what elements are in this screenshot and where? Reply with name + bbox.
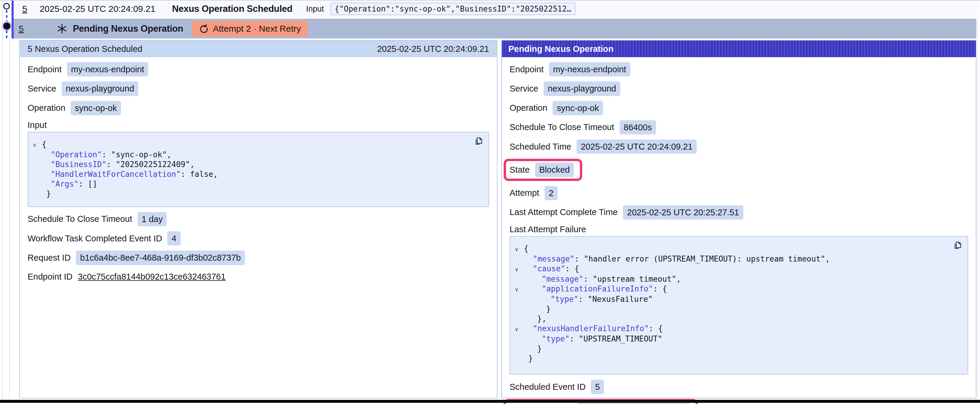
field-value-chip: 5	[591, 380, 604, 394]
field-label: Endpoint	[509, 65, 544, 74]
json-code-line: "type": "UPSTREAM_TIMEOUT"	[514, 334, 967, 344]
field-value-chip: 86400s	[620, 120, 656, 135]
panel-timestamp: 2025-02-25 UTC 20:24:09.21	[377, 44, 489, 54]
field-label: Workflow Task Completed Event ID	[28, 234, 162, 244]
json-code-line: "HandlerWaitForCancellation": false,	[32, 170, 488, 179]
json-code-line: ∨"applicationFailureInfo": {	[514, 284, 967, 295]
field-row-endpoint: Endpointmy-nexus-endpoint	[28, 62, 489, 76]
field-label: Schedule To Close Timeout	[28, 214, 132, 224]
field-label: Operation	[509, 103, 547, 113]
event-input-preview-chip[interactable]: {"Operation":"sync-op-ok","BusinessID":"…	[331, 3, 576, 15]
field-row-service: Servicenexus-playground	[509, 81, 968, 96]
field-label: Service	[509, 84, 538, 93]
scrollbar-track[interactable]	[978, 1, 978, 399]
timeline-track-line	[2, 1, 3, 399]
json-code-line: ∨{	[514, 244, 967, 254]
event-detail-fields-top: Endpointmy-nexus-endpointServicenexus-pl…	[28, 62, 489, 115]
timeline-dashed-connector	[6, 10, 7, 22]
json-code-line: "BusinessID": "20250225122409",	[32, 160, 488, 170]
json-code-line: }	[514, 354, 967, 363]
json-code-line: }	[32, 189, 488, 199]
json-code-line: ∨"nexusHandlerFailureInfo": {	[514, 324, 967, 334]
json-code-line: }	[514, 344, 967, 354]
event-detail-panel-header: 5 Nexus Operation Scheduled 2025-02-25 U…	[20, 41, 497, 57]
retry-icon	[199, 24, 209, 34]
field-row-service: Servicenexus-playground	[28, 81, 489, 96]
event-id-link[interactable]: 5	[19, 24, 24, 34]
timeline-dashed-connector-2	[6, 30, 7, 39]
json-code-line: "message": "upstream timeout",	[514, 274, 967, 284]
last-attempt-failure-label: Last Attempt Failure	[509, 225, 968, 234]
field-value-chip: sync-op-ok	[553, 101, 603, 115]
field-value-chip: The circuit breaker is open.	[578, 403, 690, 404]
field-value-chip: nexus-playground	[62, 81, 138, 96]
field-row-operation: Operationsync-op-ok	[28, 101, 489, 115]
json-code-line: "type": "NexusFailure"	[514, 295, 967, 304]
collapse-chevron-icon[interactable]: ∨	[514, 324, 524, 334]
field-value-chip: 4	[167, 231, 180, 246]
field-row-operation: Operationsync-op-ok	[509, 101, 968, 115]
field-value-chip: 2025-02-25 UTC 20:24:09.21	[577, 139, 697, 154]
temporal-event-history-screen: 5 2025-02-25 UTC 20:24:09.21 Nexus Opera…	[0, 0, 980, 404]
field-row-scheduled-event-id: Scheduled Event ID5	[509, 380, 968, 394]
field-row-state: StateBlocked	[509, 159, 968, 181]
json-code-line: }	[514, 304, 967, 314]
field-label: Scheduled Time	[509, 142, 571, 152]
field-label: Operation	[28, 103, 65, 113]
pending-operation-panel: Pending Nexus Operation Endpointmy-nexus…	[501, 40, 977, 398]
failure-json-viewer: ∨{"message": "handler error (UPSTREAM_TI…	[509, 236, 968, 375]
event-id-link[interactable]: 5	[22, 4, 27, 14]
collapse-chevron-icon[interactable]: ∨	[514, 244, 524, 254]
field-label: Endpoint	[28, 65, 62, 74]
pending-operation-panel-header: Pending Nexus Operation	[502, 41, 976, 57]
field-label: Service	[28, 84, 56, 93]
field-row-endpoint-id: Endpoint ID3c0c75ccfa8144b092c13ce632463…	[28, 270, 489, 284]
field-label: Request ID	[28, 253, 71, 263]
collapse-chevron-icon[interactable]: ∨	[32, 140, 42, 150]
input-label: Input	[306, 5, 324, 14]
field-label: State	[509, 165, 530, 175]
attempt-retry-badge: Attempt 2 · Next Retry	[192, 21, 308, 36]
event-timestamp: 2025-02-25 UTC 20:24:09.21	[40, 4, 156, 14]
timeline-marker-open-icon	[3, 3, 10, 10]
collapse-chevron-icon[interactable]: ∨	[514, 285, 524, 295]
field-value-chip: 1 day	[138, 212, 167, 226]
collapse-chevron-icon[interactable]: ∨	[514, 265, 524, 274]
field-value-chip: my-nexus-endpoint	[67, 62, 149, 76]
attempt-retry-badge-label: Attempt 2 · Next Retry	[213, 24, 301, 34]
json-code-line: "message": "handler error (UPSTREAM_TIME…	[514, 254, 967, 264]
field-label: Schedule To Close Timeout	[509, 122, 614, 132]
json-code-line: ∨{	[32, 139, 488, 150]
pending-event-title: Pending Nexus Operation	[73, 24, 183, 34]
field-label: Endpoint ID	[28, 272, 73, 282]
copy-icon[interactable]	[953, 240, 963, 251]
field-row-scheduled-time: Scheduled Time2025-02-25 UTC 20:24:09.21	[509, 139, 968, 154]
event-detail-fields-bottom: Schedule To Close Timeout1 dayWorkflow T…	[28, 212, 489, 284]
field-value-link[interactable]: 3c0c75ccfa8144b092c13ce632463761	[78, 272, 226, 282]
field-row-last-attempt-complete-time: Last Attempt Complete Time2025-02-25 UTC…	[509, 205, 968, 219]
pending-operation-fields-top: Endpointmy-nexus-endpointServicenexus-pl…	[509, 62, 968, 219]
timeline-track-line-2	[9, 39, 10, 399]
field-value-chip: nexus-playground	[544, 81, 620, 96]
field-row-workflow-task-completed-event-id: Workflow Task Completed Event ID4	[28, 231, 489, 246]
event-detail-panel: 5 Nexus Operation Scheduled 2025-02-25 U…	[19, 40, 497, 398]
history-row-pending-nexus-operation[interactable]: 5 Pending Nexus Operation Attempt 2 · Ne…	[14, 19, 977, 38]
history-row-nexus-operation-scheduled[interactable]: 5 2025-02-25 UTC 20:24:09.21 Nexus Opera…	[14, 1, 977, 17]
timeline-active-indicator-bar	[11, 1, 14, 38]
copy-icon[interactable]	[474, 136, 484, 147]
json-code-line: ∨"cause": {	[514, 264, 967, 274]
field-label: Attempt	[509, 188, 539, 198]
field-row-schedule-to-close-timeout: Schedule To Close Timeout86400s	[509, 120, 968, 135]
highlight-annotation-box: StateBlocked	[504, 159, 582, 181]
field-row-attempt: Attempt2	[509, 186, 968, 200]
field-label: Last Attempt Complete Time	[509, 208, 617, 217]
field-row-endpoint: Endpointmy-nexus-endpoint	[509, 62, 968, 76]
event-title: Nexus Operation Scheduled	[172, 3, 293, 14]
pending-asterisk-icon	[57, 24, 67, 34]
input-section-label: Input	[28, 120, 489, 130]
bottom-divider-bar	[0, 400, 980, 403]
json-code-line: "Operation": "sync-op-ok",	[32, 150, 488, 160]
field-row-request-id: Request IDb1c6a4bc-8ee7-468a-9169-df3b02…	[28, 250, 489, 265]
panel-title: Pending Nexus Operation	[508, 44, 614, 54]
field-value-chip: 2025-02-25 UTC 20:25:27.51	[623, 205, 743, 219]
